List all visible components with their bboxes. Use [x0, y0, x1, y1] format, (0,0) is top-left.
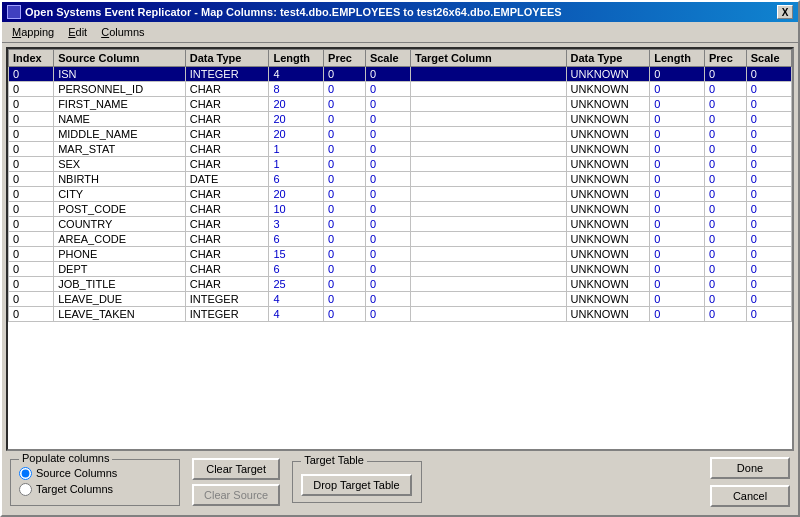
cell-prec2: 0 [704, 217, 746, 232]
table-row[interactable]: 0 AREA_CODE CHAR 6 0 0 UNKNOWN 0 0 0 [9, 232, 792, 247]
table-row[interactable]: 0 NBIRTH DATE 6 0 0 UNKNOWN 0 0 0 [9, 172, 792, 187]
target-columns-radio[interactable] [19, 483, 32, 496]
cell-prec2: 0 [704, 187, 746, 202]
cell-dtype2: UNKNOWN [566, 247, 650, 262]
cell-len2: 0 [650, 202, 705, 217]
cell-prec2: 0 [704, 232, 746, 247]
cell-len2: 0 [650, 217, 705, 232]
header-data-type: Data Type [185, 50, 269, 67]
cell-scale2: 0 [746, 277, 791, 292]
bottom-panel: Populate columns Source Columns Target C… [6, 451, 794, 511]
menu-edit[interactable]: Edit [62, 24, 93, 40]
clear-target-button[interactable]: Clear Target [192, 458, 280, 480]
cell-len: 20 [269, 187, 324, 202]
cell-scale: 0 [365, 202, 410, 217]
source-columns-radio[interactable] [19, 467, 32, 480]
cell-source: NAME [54, 112, 186, 127]
cell-source: FIRST_NAME [54, 97, 186, 112]
cell-prec2: 0 [704, 82, 746, 97]
cell-scale2: 0 [746, 82, 791, 97]
cell-dtype2: UNKNOWN [566, 217, 650, 232]
cell-prec2: 0 [704, 142, 746, 157]
cell-dtype: CHAR [185, 127, 269, 142]
cell-len2: 0 [650, 172, 705, 187]
cell-len: 3 [269, 217, 324, 232]
done-button[interactable]: Done [710, 457, 790, 479]
cell-dtype: INTEGER [185, 67, 269, 82]
cell-target [411, 67, 567, 82]
cell-prec2: 0 [704, 157, 746, 172]
table-row[interactable]: 0 MAR_STAT CHAR 1 0 0 UNKNOWN 0 0 0 [9, 142, 792, 157]
cell-index: 0 [9, 232, 54, 247]
cell-len: 6 [269, 232, 324, 247]
cell-scale: 0 [365, 172, 410, 187]
cell-len: 4 [269, 307, 324, 322]
table-row[interactable]: 0 COUNTRY CHAR 3 0 0 UNKNOWN 0 0 0 [9, 217, 792, 232]
cell-index: 0 [9, 292, 54, 307]
cell-len: 6 [269, 262, 324, 277]
cell-scale: 0 [365, 82, 410, 97]
cell-index: 0 [9, 172, 54, 187]
cell-len: 15 [269, 247, 324, 262]
cell-source: LEAVE_TAKEN [54, 307, 186, 322]
table-row[interactable]: 0 MIDDLE_NAME CHAR 20 0 0 UNKNOWN 0 0 0 [9, 127, 792, 142]
cell-target [411, 142, 567, 157]
drop-target-table-button[interactable]: Drop Target Table [301, 474, 411, 496]
cell-len2: 0 [650, 67, 705, 82]
title-bar: Open Systems Event Replicator - Map Colu… [2, 2, 798, 22]
cell-dtype: CHAR [185, 157, 269, 172]
cell-target [411, 172, 567, 187]
cell-index: 0 [9, 247, 54, 262]
cell-dtype: CHAR [185, 247, 269, 262]
table-row[interactable]: 0 NAME CHAR 20 0 0 UNKNOWN 0 0 0 [9, 112, 792, 127]
menu-mapping[interactable]: MMappingapping [6, 24, 60, 40]
cell-prec: 0 [324, 127, 366, 142]
columns-table: Index Source Column Data Type Length Pre… [8, 49, 792, 322]
right-buttons: Done Cancel [710, 457, 790, 507]
cell-len2: 0 [650, 292, 705, 307]
cell-len2: 0 [650, 82, 705, 97]
table-row[interactable]: 0 LEAVE_TAKEN INTEGER 4 0 0 UNKNOWN 0 0 … [9, 307, 792, 322]
table-row[interactable]: 0 ISN INTEGER 4 0 0 UNKNOWN 0 0 0 [9, 67, 792, 82]
cell-scale: 0 [365, 232, 410, 247]
cell-prec2: 0 [704, 247, 746, 262]
table-row[interactable]: 0 DEPT CHAR 6 0 0 UNKNOWN 0 0 0 [9, 262, 792, 277]
cell-len2: 0 [650, 142, 705, 157]
cell-scale: 0 [365, 127, 410, 142]
cell-source: JOB_TITLE [54, 277, 186, 292]
cell-prec: 0 [324, 97, 366, 112]
cell-dtype: CHAR [185, 262, 269, 277]
table-row[interactable]: 0 CITY CHAR 20 0 0 UNKNOWN 0 0 0 [9, 187, 792, 202]
header-length2: Length [650, 50, 705, 67]
cell-source: MAR_STAT [54, 142, 186, 157]
table-row[interactable]: 0 FIRST_NAME CHAR 20 0 0 UNKNOWN 0 0 0 [9, 97, 792, 112]
table-header-row: Index Source Column Data Type Length Pre… [9, 50, 792, 67]
table-row[interactable]: 0 LEAVE_DUE INTEGER 4 0 0 UNKNOWN 0 0 0 [9, 292, 792, 307]
cell-dtype: CHAR [185, 187, 269, 202]
table-row[interactable]: 0 PERSONNEL_ID CHAR 8 0 0 UNKNOWN 0 0 0 [9, 82, 792, 97]
table-row[interactable]: 0 SEX CHAR 1 0 0 UNKNOWN 0 0 0 [9, 157, 792, 172]
clear-source-button[interactable]: Clear Source [192, 484, 280, 506]
cell-target [411, 262, 567, 277]
cell-dtype: CHAR [185, 82, 269, 97]
target-columns-radio-label: Target Columns [36, 483, 113, 495]
cell-scale: 0 [365, 307, 410, 322]
cell-index: 0 [9, 202, 54, 217]
table-row[interactable]: 0 PHONE CHAR 15 0 0 UNKNOWN 0 0 0 [9, 247, 792, 262]
cell-dtype: CHAR [185, 97, 269, 112]
cancel-button[interactable]: Cancel [710, 485, 790, 507]
cell-dtype: INTEGER [185, 307, 269, 322]
cell-len2: 0 [650, 97, 705, 112]
header-length: Length [269, 50, 324, 67]
cell-scale: 0 [365, 277, 410, 292]
cell-scale2: 0 [746, 67, 791, 82]
cell-scale2: 0 [746, 307, 791, 322]
cell-len2: 0 [650, 112, 705, 127]
cell-target [411, 217, 567, 232]
table-row[interactable]: 0 JOB_TITLE CHAR 25 0 0 UNKNOWN 0 0 0 [9, 277, 792, 292]
cell-dtype2: UNKNOWN [566, 277, 650, 292]
table-row[interactable]: 0 POST_CODE CHAR 10 0 0 UNKNOWN 0 0 0 [9, 202, 792, 217]
menu-columns[interactable]: Columns [95, 24, 150, 40]
close-button[interactable]: X [777, 5, 793, 19]
cell-target [411, 157, 567, 172]
